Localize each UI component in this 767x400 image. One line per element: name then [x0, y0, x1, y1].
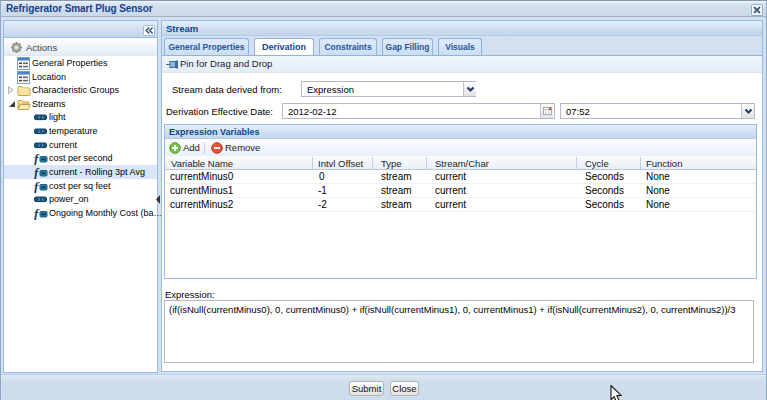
svg-text:f: f	[34, 166, 40, 179]
svg-text:f: f	[34, 207, 40, 220]
svg-text:f: f	[34, 152, 40, 165]
